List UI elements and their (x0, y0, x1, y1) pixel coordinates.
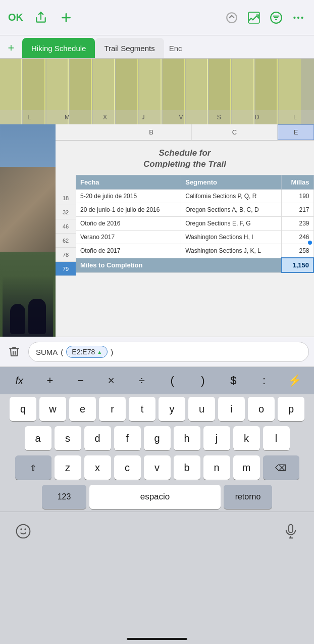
schedule-table: Fecha Segmento Millas 5-20 de julio de 2… (76, 175, 314, 273)
key-d[interactable]: d (84, 426, 111, 450)
key-y[interactable]: y (159, 397, 185, 421)
ok-button[interactable]: OK (8, 12, 23, 23)
key-a[interactable]: a (25, 426, 51, 450)
formula-range-text: E2:E78 (72, 348, 95, 356)
key-p[interactable]: p (278, 397, 304, 421)
key-w[interactable]: w (39, 397, 66, 421)
formula-range[interactable]: E2:E78 ▲ (66, 346, 108, 358)
delete-key[interactable]: ⌫ (263, 455, 299, 480)
annotate-button[interactable] (246, 10, 261, 25)
open-paren-key[interactable]: ( (160, 370, 185, 392)
key-g[interactable]: g (144, 426, 171, 450)
key-j[interactable]: j (203, 426, 230, 450)
key-s[interactable]: s (55, 426, 81, 450)
dollar-key[interactable]: $ (221, 370, 246, 392)
key-z[interactable]: z (55, 455, 81, 480)
tab-bar: + Hiking Schedule Trail Segments Enc (0, 35, 314, 59)
row-num-62: 62 (56, 234, 76, 248)
keyboard: q w e r t y u i o p a s d f g h j k l ⇧ … (0, 394, 314, 512)
total-value: 1,150 (282, 258, 313, 272)
key-u[interactable]: u (188, 397, 215, 421)
table-row: Otoño de 2017 Washington Sections J, K, … (76, 244, 314, 258)
millas-2: 217 (282, 203, 313, 217)
key-i[interactable]: i (218, 397, 245, 421)
formula-open-paren: ( (61, 348, 63, 356)
formula-bar: SUMA ( E2:E78 ▲ ) (0, 337, 314, 367)
main-spreadsheet-area: B C E Schedule for Completing the Trail … (0, 124, 314, 337)
colon-key[interactable]: : (251, 370, 277, 392)
key-h[interactable]: h (174, 426, 200, 450)
add-button[interactable] (59, 10, 74, 25)
filter-button[interactable] (269, 10, 284, 25)
col-header-b: B (111, 124, 192, 140)
toolbar: OK (0, 0, 314, 35)
key-m[interactable]: m (233, 455, 260, 480)
row-num-18: 18 (56, 191, 76, 205)
add-tab-button[interactable]: + (0, 38, 22, 58)
table-row: Otoño de 2016 Oregon Sections E, F, G 23… (76, 217, 314, 231)
numbers-key[interactable]: 123 (42, 485, 86, 509)
key-v[interactable]: v (144, 455, 171, 480)
formula-content[interactable]: SUMA ( E2:E78 ▲ ) (28, 342, 309, 362)
tab-trail-segments[interactable]: Trail Segments (95, 38, 164, 58)
toolbar-right (224, 10, 306, 25)
key-n[interactable]: n (203, 455, 230, 480)
col-header-e: E (278, 124, 314, 140)
home-indicator (127, 638, 187, 640)
key-e[interactable]: e (69, 397, 96, 421)
key-b[interactable]: b (174, 455, 200, 480)
key-c[interactable]: c (114, 455, 141, 480)
key-row-2: a s d f g h j k l (0, 424, 314, 453)
tab-enc[interactable]: Enc (164, 38, 187, 58)
key-x[interactable]: x (84, 455, 111, 480)
undo-button[interactable] (224, 10, 239, 25)
key-q[interactable]: q (10, 397, 36, 421)
total-row: Miles to Completion 1,150 (76, 258, 314, 272)
share-button[interactable] (33, 10, 48, 25)
col-header-c: C (192, 124, 278, 140)
key-t[interactable]: t (129, 397, 155, 421)
mic-button[interactable] (283, 523, 299, 541)
emoji-button[interactable] (15, 523, 31, 541)
col-label-l: L (18, 114, 40, 121)
col-label-d: D (246, 114, 268, 121)
col-label-v: V (170, 114, 192, 121)
segmento-2: Oregon Sections A, B, C, D (181, 203, 282, 217)
row-num-46: 46 (56, 219, 76, 234)
table-row: 5-20 de julio de 2015 California Section… (76, 190, 314, 203)
plus-key[interactable]: + (37, 370, 63, 392)
formula-range-arrow-icon: ▲ (97, 349, 102, 355)
return-key[interactable]: retorno (224, 485, 272, 509)
total-label: Miles to Completion (76, 258, 282, 272)
quick-fill-key[interactable]: ⚡ (282, 370, 307, 392)
row-num-32: 32 (56, 205, 76, 219)
svg-point-12 (17, 524, 30, 538)
row-num-78: 78 (56, 248, 76, 262)
minus-key[interactable]: − (68, 370, 93, 392)
delete-cell-button[interactable] (5, 343, 23, 361)
key-l[interactable]: l (263, 426, 290, 450)
fecha-3: Otoño de 2016 (76, 217, 181, 231)
col-label-m: M (56, 114, 78, 121)
shift-key[interactable]: ⇧ (15, 455, 51, 480)
tab-hiking-schedule[interactable]: Hiking Schedule (22, 38, 95, 58)
col-label-l2: L (284, 114, 306, 121)
millas-5: 258 (282, 244, 313, 258)
key-r[interactable]: r (99, 397, 126, 421)
formula-close-paren: ) (111, 348, 113, 356)
key-row-1: q w e r t y u i o p (0, 394, 314, 424)
segmento-1: California Sections P, Q, R (181, 190, 282, 203)
key-f[interactable]: f (114, 426, 141, 450)
svg-point-10 (297, 16, 299, 18)
segmento-4: Washington Sections H, I (181, 231, 282, 244)
space-key[interactable]: espacio (89, 485, 221, 509)
col-fecha: Fecha (76, 175, 181, 190)
multiply-key[interactable]: × (98, 370, 124, 392)
more-button[interactable] (291, 10, 306, 25)
trail-photo (0, 124, 56, 337)
function-key[interactable]: fx (7, 370, 32, 392)
close-paren-key[interactable]: ) (190, 370, 216, 392)
divide-key[interactable]: ÷ (129, 370, 154, 392)
key-k[interactable]: k (233, 426, 260, 450)
key-o[interactable]: o (248, 397, 275, 421)
